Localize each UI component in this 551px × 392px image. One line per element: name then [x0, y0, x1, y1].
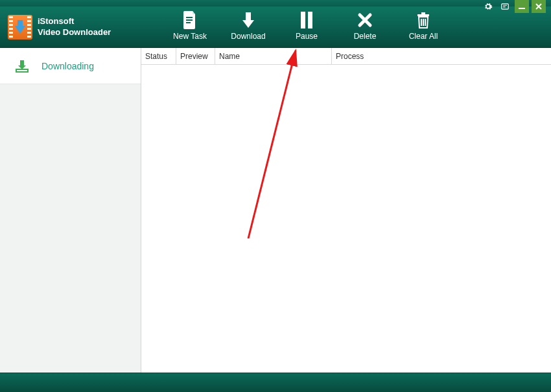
svg-line-12	[248, 51, 296, 238]
minimize-icon	[518, 3, 526, 10]
header-toolbar: iStonsoft Video Downloader New Task Down…	[0, 6, 551, 48]
content-area: Downloading Status Preview Name Process	[0, 48, 551, 373]
close-button[interactable]	[532, 0, 546, 13]
settings-button[interactable]	[481, 0, 495, 13]
svg-rect-2	[186, 17, 193, 18]
main-toolbar: New Task Download Pause Delete	[141, 11, 551, 43]
svg-rect-5	[246, 12, 251, 20]
app-title: iStonsoft Video Downloader	[38, 16, 111, 38]
delete-label: Delete	[354, 32, 377, 41]
column-name[interactable]: Name	[215, 48, 332, 64]
feedback-icon	[500, 2, 510, 11]
svg-rect-1	[519, 8, 525, 9]
pause-label: Pause	[296, 32, 318, 41]
svg-rect-8	[417, 14, 429, 16]
title-bar	[0, 0, 551, 6]
minimize-button[interactable]	[515, 0, 529, 13]
feedback-button[interactable]	[498, 0, 512, 13]
clear-all-button[interactable]: Clear All	[394, 11, 452, 41]
svg-rect-11	[20, 60, 24, 65]
delete-button[interactable]: Delete	[336, 11, 394, 41]
column-status[interactable]: Status	[141, 48, 176, 64]
new-task-icon	[181, 11, 199, 29]
svg-rect-7	[308, 12, 312, 29]
sidebar-item-downloading[interactable]: Downloading	[0, 48, 141, 84]
download-button[interactable]: Download	[219, 11, 277, 41]
new-task-button[interactable]: New Task	[161, 11, 219, 41]
status-bar	[0, 373, 551, 392]
main-panel: Status Preview Name Process	[141, 48, 551, 373]
delete-icon	[356, 11, 374, 29]
pause-button[interactable]: Pause	[277, 11, 336, 41]
download-icon	[239, 11, 257, 29]
brand-line1: iStonsoft	[38, 16, 111, 27]
gear-icon	[484, 2, 493, 11]
window-controls	[481, 0, 546, 13]
column-process[interactable]: Process	[332, 48, 551, 64]
annotation-arrow	[239, 44, 316, 245]
downloading-icon	[14, 58, 30, 74]
column-headers: Status Preview Name Process	[141, 48, 551, 65]
column-preview[interactable]: Preview	[176, 48, 215, 64]
sidebar-item-label: Downloading	[41, 61, 94, 71]
clear-all-label: Clear All	[409, 32, 438, 41]
app-logo-icon	[8, 15, 32, 40]
sidebar: Downloading	[0, 48, 141, 373]
trash-icon	[414, 11, 432, 29]
new-task-label: New Task	[173, 32, 207, 41]
close-icon	[535, 3, 543, 10]
pause-icon	[298, 11, 316, 29]
svg-rect-10	[16, 69, 28, 72]
svg-rect-6	[301, 12, 305, 29]
download-label: Download	[231, 32, 265, 41]
app-brand: iStonsoft Video Downloader	[0, 15, 141, 40]
svg-rect-4	[186, 22, 191, 23]
svg-rect-9	[421, 12, 425, 14]
svg-rect-3	[186, 19, 193, 21]
brand-line2: Video Downloader	[38, 27, 111, 38]
